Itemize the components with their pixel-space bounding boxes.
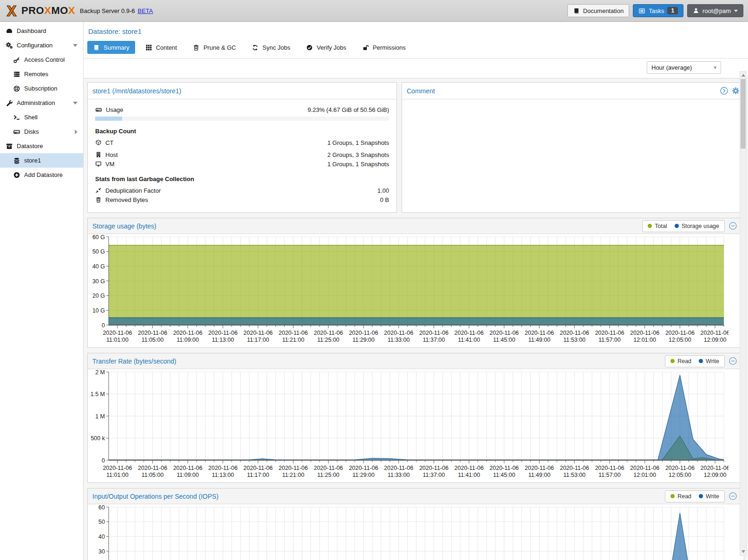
sidebar-item-access-control[interactable]: Access Control	[0, 52, 83, 67]
svg-text:2020-11-06: 2020-11-06	[279, 330, 308, 336]
remotes-icon	[13, 71, 20, 78]
sidebar-item-disks[interactable]: Disks	[0, 124, 83, 139]
svg-text:11:25:00: 11:25:00	[317, 337, 339, 343]
tab-summary[interactable]: Summary	[87, 41, 135, 54]
database-icon	[13, 157, 20, 164]
svg-text:2020-11-06: 2020-11-06	[665, 330, 695, 336]
collapse-arrow-icon[interactable]	[73, 44, 78, 47]
storage-chart-legend: Total Storage usage	[642, 220, 725, 232]
read-dot	[670, 359, 675, 363]
svg-text:11:09:00: 11:09:00	[177, 337, 199, 343]
sidebar-item-subscription[interactable]: Subscription	[0, 81, 83, 96]
sidebar-item-administration[interactable]: Administration	[0, 96, 83, 110]
collapse-minus-icon[interactable]	[728, 357, 737, 365]
legend-item-write[interactable]: Write	[699, 358, 719, 365]
scrollbar-thumb[interactable]	[741, 79, 746, 149]
host-row: Host 2 Groups, 3 Snapshots	[95, 150, 389, 159]
sidebar-item-add-datastore[interactable]: Add Datastore	[0, 168, 83, 182]
svg-text:11:05:00: 11:05:00	[142, 472, 164, 478]
sidebar-item-configuration[interactable]: Configuration	[0, 38, 83, 52]
content-region: store1 (/mnt/datastores/store1) Usage 9.…	[84, 78, 748, 560]
tab-content[interactable]: Content	[140, 41, 183, 54]
svg-text:11:29:00: 11:29:00	[352, 337, 375, 343]
tab-verify-jobs[interactable]: Verify Jobs	[300, 41, 352, 54]
svg-text:0: 0	[102, 457, 105, 464]
svg-text:2020-11-06: 2020-11-06	[208, 330, 238, 336]
legend-item-storage-usage[interactable]: Storage usage	[675, 223, 719, 229]
svg-text:11:41:00: 11:41:00	[458, 337, 480, 343]
legend-item-write[interactable]: Write	[699, 493, 719, 500]
tab-permissions[interactable]: Permissions	[357, 41, 411, 54]
svg-text:2020-11-06: 2020-11-06	[138, 330, 167, 336]
collapse-arrow-icon[interactable]	[73, 102, 78, 104]
tab-prune-gc[interactable]: Prune & GC	[187, 41, 241, 54]
scroll-down-arrow-icon[interactable]	[741, 550, 745, 553]
compress-icon	[95, 187, 102, 194]
iops-chart-title: Input/Output Operations per Second (IOPS…	[92, 493, 219, 500]
svg-text:10 G: 10 G	[92, 307, 105, 314]
vertical-scrollbar[interactable]	[740, 71, 747, 556]
legend-item-read[interactable]: Read	[670, 358, 691, 365]
product-subtitle: Backup Server 0.9-6	[80, 7, 135, 14]
tasks-count-badge: 1	[667, 7, 678, 14]
beta-link[interactable]: BETA	[138, 7, 153, 14]
svg-text:2020-11-06: 2020-11-06	[701, 330, 728, 336]
comment-body[interactable]	[402, 99, 744, 213]
svg-text:2020-11-06: 2020-11-06	[103, 330, 132, 336]
tab-sync-jobs[interactable]: Sync Jobs	[246, 41, 296, 54]
usage-value: 9.23% (4.67 GiB of 50.56 GiB)	[307, 106, 389, 113]
store-panel-title: store1 (/mnt/datastores/store1)	[92, 87, 181, 95]
time-range-select[interactable]: Hour (average) ▾	[647, 61, 721, 74]
iops-panel: Input/Output Operations per Second (IOPS…	[87, 488, 744, 560]
sidebar-item-dashboard[interactable]: Dashboard	[0, 24, 83, 38]
write-dot	[699, 359, 703, 363]
subscription-icon	[13, 85, 20, 92]
svg-text:2020-11-06: 2020-11-06	[173, 465, 202, 471]
collapse-minus-icon[interactable]	[728, 221, 737, 230]
sidebar-item-store1[interactable]: store1	[0, 153, 83, 168]
sidebar-item-remotes[interactable]: Remotes	[0, 67, 83, 81]
hdd-icon	[95, 106, 102, 113]
usage-progress-fill	[95, 117, 122, 121]
svg-text:60 G: 60 G	[92, 234, 105, 241]
sidebar-item-label: Subscription	[24, 85, 58, 92]
gear-icon[interactable]	[731, 86, 740, 95]
tasks-button[interactable]: Tasks 1	[633, 4, 683, 17]
expand-arrow-icon[interactable]	[75, 130, 78, 134]
datastore-icon	[6, 143, 13, 150]
svg-text:11:53:00: 11:53:00	[563, 337, 585, 343]
desktop-icon	[95, 161, 102, 167]
svg-text:11:21:00: 11:21:00	[282, 472, 305, 478]
svg-text:11:01:00: 11:01:00	[106, 472, 129, 478]
disks-icon	[13, 128, 20, 136]
user-icon	[693, 7, 699, 14]
proxmox-x-icon	[5, 5, 19, 17]
collapse-minus-icon[interactable]	[728, 492, 737, 501]
store-summary-panel: store1 (/mnt/datastores/store1) Usage 9.…	[87, 82, 397, 213]
read-dot	[670, 494, 675, 498]
storage-usage-dot	[675, 224, 679, 228]
scroll-up-arrow-icon[interactable]	[741, 74, 745, 77]
svg-text:20 G: 20 G	[92, 293, 105, 299]
iops-chart: 01020304050602020-11-0611:01:002020-11-0…	[88, 504, 744, 560]
sidebar-item-shell[interactable]: Shell	[0, 110, 83, 124]
documentation-button[interactable]: Documentation	[567, 4, 629, 17]
user-menu-button[interactable]: root@pam	[687, 4, 743, 17]
comment-panel-title: Comment	[407, 87, 435, 95]
shell-icon	[13, 114, 20, 121]
grid-icon	[145, 44, 152, 51]
legend-item-read[interactable]: Read	[670, 493, 691, 500]
svg-text:11:41:00: 11:41:00	[458, 472, 480, 478]
svg-text:11:53:00: 11:53:00	[563, 472, 585, 478]
sidebar: DashboardConfigurationAccess ControlRemo…	[0, 22, 84, 560]
legend-item-total[interactable]: Total	[648, 223, 667, 229]
svg-text:2020-11-06: 2020-11-06	[665, 465, 695, 471]
svg-text:11:37:00: 11:37:00	[423, 472, 445, 478]
svg-text:2020-11-06: 2020-11-06	[595, 465, 624, 471]
sidebar-item-datastore[interactable]: Datastore	[0, 139, 83, 153]
expand-chevron-icon[interactable]	[720, 86, 728, 95]
svg-text:11:49:00: 11:49:00	[528, 337, 551, 343]
total-dot	[648, 224, 652, 228]
svg-text:11:09:00: 11:09:00	[177, 472, 199, 478]
dedup-row: Deduplication Factor 1.00	[95, 186, 389, 195]
